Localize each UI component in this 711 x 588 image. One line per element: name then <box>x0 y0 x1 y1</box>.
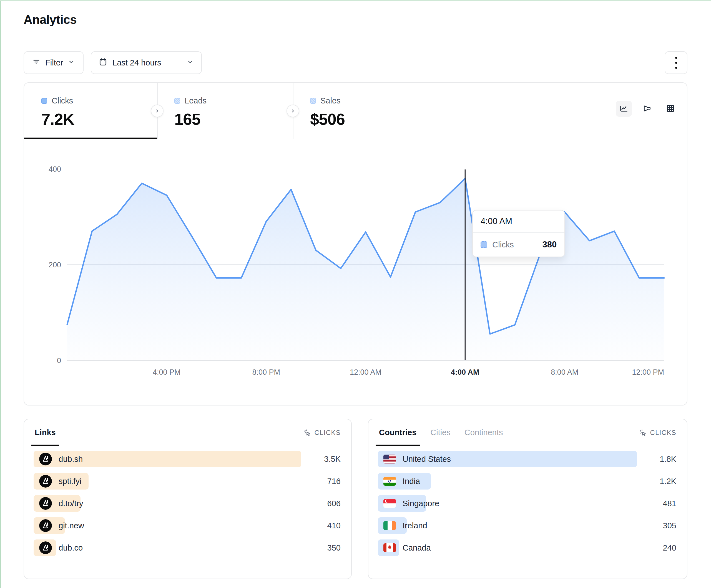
stats-tabs: Clicks7.2KLeads165Sales$506 <box>24 83 687 139</box>
x-axis-tick: 12:00 PM <box>632 368 664 376</box>
leads-legend-square-icon <box>174 98 180 104</box>
chevron-down-icon <box>186 58 194 68</box>
chevron-right-icon <box>154 108 160 114</box>
cursor-click-icon <box>303 429 311 436</box>
metric-selector[interactable]: CLICKS <box>639 429 676 436</box>
link-row[interactable]: dub.co350 <box>34 540 342 556</box>
link-favicon <box>39 497 52 510</box>
chevron-down-icon <box>67 58 75 68</box>
line-chart-view-button[interactable] <box>616 101 632 117</box>
flag-icon-us <box>383 455 396 463</box>
row-label: dub.co <box>59 543 83 552</box>
page-title: Analytics <box>24 13 77 27</box>
row-value: 1.8K <box>660 451 676 467</box>
clicks-legend-square-icon <box>480 241 487 248</box>
filter-button[interactable]: Filter <box>24 51 84 74</box>
date-range-button[interactable]: Last 24 hours <box>91 51 202 74</box>
country-row[interactable]: India1.2K <box>378 473 677 490</box>
calendar-icon <box>99 58 107 68</box>
tab-continents[interactable]: Continents <box>465 420 503 446</box>
funnel-chart-icon <box>642 104 652 114</box>
filter-button-label: Filter <box>45 58 63 67</box>
tooltip-series-label: Clicks <box>492 240 514 249</box>
link-row[interactable]: d.to/try606 <box>34 495 342 512</box>
link-favicon <box>39 541 52 554</box>
funnel-chart-view-button[interactable] <box>639 101 655 117</box>
country-row[interactable]: Ireland305 <box>378 517 677 534</box>
stat-tab-clicks[interactable]: Clicks7.2K <box>24 83 157 139</box>
y-axis-tick: 400 <box>48 165 61 173</box>
country-row[interactable]: Canada240 <box>378 540 677 556</box>
row-value: 3.5K <box>324 451 341 467</box>
chart-view-switcher <box>616 101 678 117</box>
tab-countries[interactable]: Countries <box>379 420 416 446</box>
window-accent-edge-top <box>0 0 711 1</box>
link-row[interactable]: spti.fyi716 <box>34 473 342 490</box>
row-value: 481 <box>663 495 676 512</box>
stat-tab-leads[interactable]: Leads165 <box>157 83 293 139</box>
dub-logo-icon <box>39 497 52 510</box>
x-axis-tick: 4:00 AM <box>451 368 479 376</box>
dub-logo-icon <box>39 475 52 488</box>
row-label: Canada <box>403 543 431 552</box>
cursor-click-icon <box>639 429 647 436</box>
row-label: spti.fyi <box>59 477 81 486</box>
country-row[interactable]: United States1.8K <box>378 451 677 467</box>
clicks-line-series <box>67 179 664 334</box>
row-label: dub.sh <box>59 455 83 464</box>
row-label: d.to/try <box>59 499 83 508</box>
link-favicon <box>39 519 52 532</box>
clicks-legend-square-icon <box>41 98 47 104</box>
row-value: 350 <box>327 540 341 556</box>
x-axis-tick: 8:00 PM <box>252 368 280 376</box>
row-value: 1.2K <box>660 473 676 490</box>
link-row[interactable]: git.new410 <box>34 517 342 534</box>
tab-cities[interactable]: Cities <box>430 420 451 446</box>
row-value: 240 <box>663 540 676 556</box>
date-range-label: Last 24 hours <box>112 58 161 67</box>
stat-label: Clicks <box>52 96 73 106</box>
tooltip-value: 380 <box>542 240 557 250</box>
stat-label: Leads <box>185 96 207 106</box>
x-axis-tick: 12:00 AM <box>350 368 382 376</box>
link-favicon <box>39 475 52 488</box>
chart-tooltip: 4:00 AM Clicks 380 <box>472 210 565 257</box>
row-value: 716 <box>327 473 341 490</box>
stat-label: Sales <box>320 96 341 106</box>
filter-icon <box>32 58 41 68</box>
table-view-button[interactable] <box>663 101 678 117</box>
x-axis-tick: 4:00 PM <box>153 368 181 376</box>
table-grid-icon <box>666 104 675 114</box>
stat-value: 7.2K <box>41 110 157 129</box>
row-label: Ireland <box>403 521 427 530</box>
y-axis-tick: 0 <box>57 356 61 365</box>
dub-logo-icon <box>39 541 52 554</box>
dub-logo-icon <box>39 453 52 466</box>
row-value: 305 <box>663 517 676 534</box>
flag-icon-sg <box>383 499 396 508</box>
kebab-icon <box>675 57 677 69</box>
tooltip-time: 4:00 AM <box>473 210 564 233</box>
flag-icon-ie <box>383 521 396 530</box>
window-accent-edge-left <box>0 0 1 588</box>
country-row[interactable]: Singapore481 <box>378 495 677 512</box>
tab-links[interactable]: Links <box>35 420 56 446</box>
line-chart-icon <box>619 104 628 114</box>
country-list: United States1.8KIndia1.2KSingapore481Ir… <box>378 451 677 556</box>
row-label: United States <box>403 455 451 464</box>
stat-tab-sales[interactable]: Sales$506 <box>293 83 429 139</box>
row-label: git.new <box>59 521 84 530</box>
metric-selector[interactable]: CLICKS <box>303 429 341 436</box>
countries-panel: CountriesCitiesContinentsCLICKSUnited St… <box>368 419 687 579</box>
stat-expand-button[interactable] <box>151 105 164 117</box>
x-axis-tick: 8:00 AM <box>551 368 578 376</box>
stat-expand-button[interactable] <box>286 105 299 117</box>
link-list: dub.sh3.5Kspti.fyi716d.to/try606git.new4… <box>34 451 342 556</box>
chevron-right-icon <box>290 108 296 114</box>
more-menu-button[interactable] <box>665 51 687 74</box>
dub-logo-icon <box>39 519 52 532</box>
row-label: Singapore <box>403 499 439 508</box>
stat-value: $506 <box>310 110 429 129</box>
link-row[interactable]: dub.sh3.5K <box>34 451 342 467</box>
link-panel-header: LinksCLICKS <box>24 420 351 446</box>
